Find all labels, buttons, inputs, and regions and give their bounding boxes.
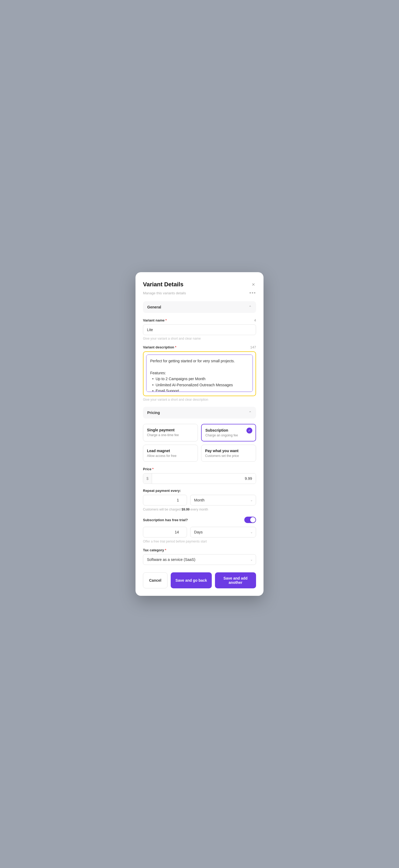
charge-hint: Customers will be charged $9.99 every mo…: [143, 507, 256, 511]
pricing-chevron-icon: ⌃: [249, 410, 252, 415]
tax-category-field: Tax category* Software as a service (Saa…: [143, 548, 256, 565]
trial-duration-inputs: Days Weeks Months ⌄: [143, 527, 256, 537]
modal-subtitle: Manage this variants details: [143, 291, 186, 295]
modal-subtitle-row: Manage this variants details •••: [143, 290, 256, 296]
repeat-period-select[interactable]: Day Week Month Year: [190, 495, 256, 505]
tax-label: Tax category*: [143, 548, 256, 552]
free-trial-toggle[interactable]: [244, 517, 256, 523]
charge-hint-amount: $9.99: [182, 507, 190, 511]
price-input-row: $: [143, 473, 256, 484]
modal-title: Variant Details: [143, 281, 184, 288]
price-currency-symbol: $: [143, 473, 152, 484]
general-chevron-icon: ⌃: [249, 305, 252, 309]
pricing-card-pay-what-you-want[interactable]: Pay what you want Customers set the pric…: [201, 445, 256, 462]
modal-header: Variant Details ×: [143, 281, 256, 288]
free-trial-toggle-row: Subscription has free trial?: [143, 517, 256, 523]
trial-duration-field: Days Weeks Months ⌄ Offer a free trial p…: [143, 527, 256, 543]
close-button[interactable]: ×: [251, 281, 256, 288]
variant-name-label-row: Variant name* 4: [143, 318, 256, 322]
pricing-section-label: Pricing: [147, 410, 160, 415]
variant-description-char-count: 147: [250, 345, 256, 349]
free-trial-label: Subscription has free trial?: [143, 518, 188, 522]
pricing-card-single-subtitle: Charge a one-time fee: [147, 433, 194, 437]
variant-name-label: Variant name*: [143, 318, 167, 322]
trial-period-select[interactable]: Days Weeks Months: [190, 527, 256, 537]
tax-category-select[interactable]: Software as a service (SaaS) Physical go…: [143, 554, 256, 565]
footer-buttons: Cancel Save and go back Save and add ano…: [143, 572, 256, 588]
variant-details-modal: Variant Details × Manage this variants d…: [135, 272, 264, 596]
pricing-card-pwyw-title: Pay what you want: [205, 449, 252, 453]
pricing-card-subscription-title: Subscription: [205, 428, 252, 432]
required-star-price: *: [152, 467, 154, 471]
variant-description-field: Variant description* 147 Perfect for get…: [143, 345, 256, 401]
price-field: Price* $: [143, 467, 256, 484]
price-label-row: Price*: [143, 467, 256, 471]
pricing-card-pwyw-subtitle: Customers set the price: [205, 454, 252, 458]
pricing-section-header[interactable]: Pricing ⌃: [143, 407, 256, 418]
pricing-card-lead-magnet[interactable]: Lead magnet Allow access for free: [143, 445, 198, 462]
more-options-icon[interactable]: •••: [249, 290, 256, 296]
price-input[interactable]: [152, 473, 256, 484]
repeat-number-input[interactable]: [143, 495, 187, 505]
required-star-desc: *: [175, 345, 176, 349]
save-another-button[interactable]: Save and add another: [215, 572, 256, 588]
variant-name-field: Variant name* 4 Give your variant a shor…: [143, 318, 256, 340]
variant-name-hint: Give your variant a short and clear name: [143, 337, 256, 340]
price-label: Price*: [143, 467, 154, 471]
required-star-tax: *: [165, 548, 166, 552]
toggle-knob: [250, 517, 255, 523]
repeat-payment-inputs: Day Week Month Year ⌄: [143, 495, 256, 505]
trial-period-select-wrapper: Days Weeks Months ⌄: [190, 527, 256, 537]
repeat-period-select-wrapper: Day Week Month Year ⌄: [190, 495, 256, 505]
pricing-card-lead-subtitle: Allow access for free: [147, 454, 194, 458]
tax-select-wrapper: Software as a service (SaaS) Physical go…: [143, 554, 256, 565]
variant-description-label-row: Variant description* 147: [143, 345, 256, 349]
variant-name-char-count: 4: [254, 318, 256, 322]
variant-description-label: Variant description*: [143, 345, 176, 349]
pricing-card-subscription-subtitle: Charge an ongoing fee: [205, 433, 252, 437]
pricing-card-lead-title: Lead magnet: [147, 449, 194, 453]
trial-days-input[interactable]: [143, 527, 187, 537]
pricing-card-subscription[interactable]: Subscription Charge an ongoing fee ✓: [201, 424, 256, 441]
variant-description-hint: Give your variant a short and clear desc…: [143, 398, 256, 401]
description-highlight-wrapper: Perfect for getting started or for very …: [143, 351, 256, 396]
variant-description-input[interactable]: Perfect for getting started or for very …: [146, 354, 253, 392]
pricing-options-grid: Single payment Charge a one-time fee Sub…: [143, 424, 256, 462]
required-star: *: [165, 318, 167, 322]
save-back-button[interactable]: Save and go back: [171, 572, 212, 588]
general-section-label: General: [147, 305, 161, 309]
pricing-card-single[interactable]: Single payment Charge a one-time fee: [143, 424, 198, 441]
repeat-payment-label: Repeat payment every:: [143, 489, 256, 493]
repeat-payment-field: Repeat payment every: Day Week Month Yea…: [143, 489, 256, 511]
general-section-header[interactable]: General ⌃: [143, 301, 256, 313]
trial-hint: Offer a free trial period before payment…: [143, 539, 256, 543]
variant-name-input[interactable]: [143, 324, 256, 335]
subscription-check-icon: ✓: [246, 428, 252, 433]
pricing-card-single-title: Single payment: [147, 428, 194, 432]
cancel-button[interactable]: Cancel: [143, 572, 167, 588]
